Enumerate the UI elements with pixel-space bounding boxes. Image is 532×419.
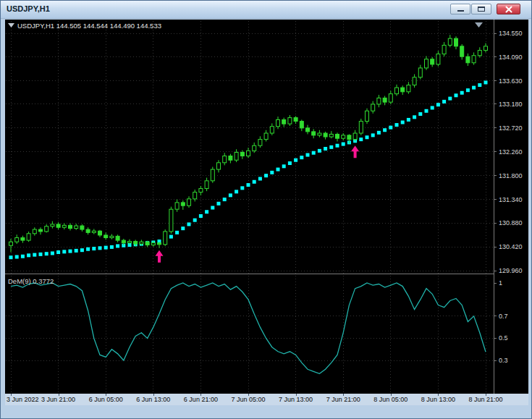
candle-body xyxy=(223,156,227,163)
candle-body xyxy=(336,134,339,138)
candle-body xyxy=(395,88,399,94)
candle-body xyxy=(353,133,357,140)
trend-dot xyxy=(104,246,108,250)
candle-body xyxy=(199,189,203,192)
trend-dot xyxy=(62,250,66,253)
trend-dot xyxy=(383,128,387,132)
candle-body xyxy=(270,127,274,133)
candle-body xyxy=(359,122,363,133)
trend-dot xyxy=(264,174,268,177)
candle-body xyxy=(253,145,256,151)
candle-body xyxy=(329,134,333,137)
candle-body xyxy=(484,46,488,51)
trend-dot xyxy=(366,135,369,139)
trend-dot xyxy=(288,161,292,165)
candle-body xyxy=(324,133,327,137)
window-titlebar[interactable]: USDJPY,H1 xyxy=(1,1,531,19)
close-button[interactable] xyxy=(497,4,520,14)
trend-dot xyxy=(258,177,262,180)
chart-menu-triangle-icon[interactable] xyxy=(8,23,14,27)
candle-body xyxy=(312,132,316,135)
candle-body xyxy=(62,225,66,227)
candle-body xyxy=(258,140,262,146)
trend-dot xyxy=(253,180,256,184)
trend-dot xyxy=(395,123,399,127)
trend-dot xyxy=(294,158,297,162)
trend-dot xyxy=(342,143,345,146)
candle-body xyxy=(45,227,48,232)
price-scale-label: 134.550 xyxy=(499,30,523,37)
candle-body xyxy=(98,231,102,235)
buy-signal-arrow xyxy=(351,145,359,158)
candle-body xyxy=(169,209,173,232)
trend-dot xyxy=(282,164,286,168)
candle-body xyxy=(366,111,369,121)
trend-dot xyxy=(336,144,339,148)
candle-body xyxy=(104,235,108,238)
chart-shift-marker-icon[interactable] xyxy=(475,22,483,27)
candle-body xyxy=(377,98,381,104)
candle-body xyxy=(80,226,84,229)
trend-dot xyxy=(466,88,470,92)
candle-body xyxy=(240,153,244,156)
candle-body xyxy=(151,243,155,245)
trend-dot xyxy=(312,151,316,155)
mt4-chart-window: USDJPY,H1 134.550134.090133.630133.18013… xyxy=(0,0,532,419)
trend-dot xyxy=(187,222,191,226)
candle-body xyxy=(128,242,132,243)
time-axis-label: 6 Jun 21:00 xyxy=(184,396,218,403)
time-axis-label: 8 Jun 13:00 xyxy=(421,396,455,403)
trend-dot xyxy=(460,91,464,95)
chart-canvas[interactable]: 134.550134.090133.630133.180132.720132.2… xyxy=(5,20,528,394)
candle-body xyxy=(389,94,392,102)
trend-dot xyxy=(181,227,185,230)
trend-dot xyxy=(306,153,310,157)
chart-area[interactable]: 134.550134.090133.630133.180132.720132.2… xyxy=(5,20,528,394)
price-scale-label: 132.260 xyxy=(499,148,523,156)
trend-dot xyxy=(205,210,208,213)
trend-dot xyxy=(223,198,227,201)
trend-dot xyxy=(92,247,96,250)
candle-body xyxy=(9,242,13,245)
candle-body xyxy=(294,118,297,122)
candle-body xyxy=(318,133,321,135)
trend-dot xyxy=(413,115,416,119)
candle-body xyxy=(431,59,434,64)
trend-dot xyxy=(329,145,333,149)
candle-body xyxy=(235,153,238,161)
trend-dot xyxy=(359,137,363,141)
candle-body xyxy=(217,163,221,169)
trend-dot xyxy=(455,93,458,97)
trend-dot xyxy=(217,202,221,206)
candle-body xyxy=(158,243,161,245)
maximize-button[interactable] xyxy=(471,4,491,14)
candle-body xyxy=(460,46,464,56)
price-scale-label: 130.420 xyxy=(499,243,523,250)
time-axis-label: 3 Jun 2022 xyxy=(7,396,39,403)
candle-body xyxy=(442,45,446,54)
candle-body xyxy=(211,169,214,181)
candle-body xyxy=(282,119,286,124)
candle-body xyxy=(371,104,375,111)
minimize-button[interactable] xyxy=(450,4,470,14)
trend-dot xyxy=(425,109,428,113)
trend-dot xyxy=(27,253,30,257)
trend-dot xyxy=(56,250,60,254)
trend-dot xyxy=(401,121,405,124)
candle-body xyxy=(175,203,179,209)
trend-dot xyxy=(240,186,244,190)
time-axis: 3 Jun 20223 Jun 21:006 Jun 05:006 Jun 13… xyxy=(5,394,528,405)
trend-dot xyxy=(318,149,321,153)
candle-body xyxy=(51,224,54,227)
candle-body xyxy=(205,181,208,189)
trend-dot xyxy=(431,106,434,109)
trend-dot xyxy=(51,251,54,255)
candle-body xyxy=(75,226,78,229)
trend-dot xyxy=(75,249,78,253)
candle-body xyxy=(436,54,440,64)
candle-body xyxy=(466,56,470,63)
trend-dot xyxy=(235,190,238,193)
dem-indicator-label: DeM(9) 0.3772 xyxy=(8,277,54,285)
trend-dot xyxy=(436,103,440,106)
dem-scale-label: 0.7 xyxy=(499,313,508,320)
